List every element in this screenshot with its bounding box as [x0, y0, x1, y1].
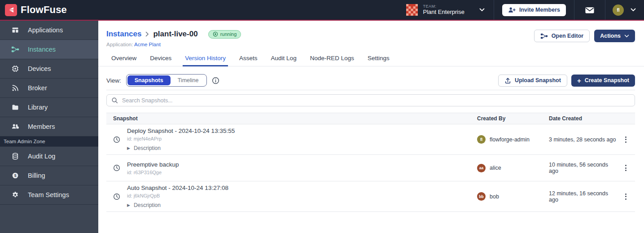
- sidebar: Applications Instances: [0, 21, 98, 233]
- created-by-cell: aa alice: [477, 164, 549, 172]
- snapshot-cell: Deploy Snapshot - 2024-10-24 13:35:55 id…: [106, 127, 477, 151]
- snapshot-id: id: mjeN4eAPrp: [127, 136, 235, 141]
- open-editor-button[interactable]: Open Editor: [534, 30, 590, 42]
- chevron-down-icon: [479, 8, 485, 12]
- upload-snapshot-button[interactable]: Upload Snapshot: [498, 75, 567, 87]
- sidebar-item-members[interactable]: Members: [0, 117, 98, 136]
- row-menu-cell: [616, 192, 635, 202]
- sidebar-item-label: Billing: [28, 172, 45, 179]
- sidebar-item-team-settings[interactable]: Team Settings: [0, 185, 98, 205]
- application-link[interactable]: Acme Plant: [134, 42, 161, 47]
- tab-overview[interactable]: Overview: [111, 55, 136, 66]
- header-actions: Open Editor Actions: [534, 30, 635, 42]
- avatar: bb: [477, 192, 486, 201]
- search-bar: [106, 94, 635, 106]
- sidebar-item-billing[interactable]: $ Billing: [0, 166, 98, 185]
- tab-assets[interactable]: Assets: [239, 55, 258, 66]
- clock-icon: [106, 164, 127, 171]
- dollar-icon: $: [11, 172, 19, 179]
- flowfuse-logo[interactable]: FlowFuse: [0, 4, 67, 16]
- sidebar-item-applications[interactable]: Applications: [0, 21, 98, 40]
- sidebar-item-label: Audit Log: [28, 153, 55, 160]
- applications-icon: [11, 26, 19, 34]
- avatar: fl: [477, 135, 486, 144]
- created-by-cell: fl flowforge-admin: [477, 135, 549, 144]
- instance-tabs: Overview Devices Version History Assets …: [98, 55, 644, 66]
- snapshots-table: Snapshot Created By Date Created: [106, 113, 635, 212]
- plus-icon: +: [577, 77, 581, 84]
- top-navbar: FlowFuse TEAM: Plant Enterprise: [0, 0, 644, 21]
- table-row: Auto Snapshot - 2024-10-24 13:27:08 id: …: [106, 181, 635, 212]
- date-created-cell: 12 minutes, 16 seconds ago: [549, 190, 616, 203]
- search-icon: [111, 97, 118, 104]
- tab-version-history[interactable]: Version History: [185, 55, 226, 66]
- info-icon[interactable]: [212, 77, 219, 84]
- date-created-cell: 3 minutes, 28 seconds ago: [549, 136, 616, 143]
- description-toggle[interactable]: ▶ Description: [127, 145, 235, 151]
- upload-snapshot-label: Upload Snapshot: [515, 77, 561, 84]
- kebab-menu-icon[interactable]: [623, 163, 628, 173]
- sidebar-item-broker[interactable]: Broker: [0, 79, 98, 98]
- instances-icon: [11, 46, 19, 53]
- author-name: bob: [490, 193, 499, 200]
- folder-icon: [11, 104, 19, 111]
- invite-members-button[interactable]: Invite Members: [502, 4, 566, 16]
- team-selector[interactable]: TEAM: Plant Enterprise: [400, 0, 494, 20]
- chevron-right-icon: [145, 31, 149, 37]
- search-input[interactable]: [122, 97, 635, 104]
- sidebar-item-library[interactable]: Library: [0, 98, 98, 117]
- notifications-button[interactable]: [585, 6, 595, 14]
- navbar-right: TEAM: Plant Enterprise Invite Members: [400, 0, 644, 20]
- actions-button[interactable]: Actions: [594, 30, 635, 42]
- snapshot-title: Auto Snapshot - 2024-10-24 13:27:08: [127, 185, 228, 191]
- snapshot-id: id: r63P316Qge: [127, 170, 179, 175]
- sidebar-item-instances[interactable]: Instances: [0, 40, 98, 59]
- toolbar: View: Snapshots Timeline: [106, 74, 635, 87]
- snapshots-panel: Snapshot Created By Date Created: [106, 90, 635, 212]
- kebab-menu-icon[interactable]: [623, 192, 628, 202]
- snapshot-cell: Auto Snapshot - 2024-10-24 13:27:08 id: …: [106, 185, 477, 208]
- main-content: Instances plant-live-00 running Appli: [98, 21, 644, 233]
- view-label: View:: [106, 77, 121, 84]
- breadcrumb-instances-link[interactable]: Instances: [106, 30, 141, 39]
- snapshot-actions: Upload Snapshot + Create Snapshot: [498, 75, 635, 87]
- kebab-menu-icon[interactable]: [623, 135, 628, 145]
- user-menu[interactable]: fl: [605, 0, 644, 20]
- sidebar-item-devices[interactable]: Devices: [0, 59, 98, 79]
- flowfuse-logo-icon: [5, 4, 17, 16]
- caret-right-icon: ▶: [127, 203, 130, 207]
- sidebar-item-label: Members: [28, 123, 55, 130]
- navbar-divider: [494, 0, 494, 20]
- tab-node-red-logs[interactable]: Node-RED Logs: [310, 55, 354, 66]
- create-snapshot-button[interactable]: + Create Snapshot: [571, 75, 635, 87]
- column-header-created-by: Created By: [477, 115, 549, 122]
- application-label: Application:: [106, 42, 133, 47]
- create-snapshot-label: Create Snapshot: [585, 77, 629, 84]
- tab-audit-log[interactable]: Audit Log: [271, 55, 297, 66]
- app-root: FlowFuse TEAM: Plant Enterprise: [0, 0, 644, 233]
- breadcrumb: Instances plant-live-00 running: [106, 30, 241, 39]
- open-editor-label: Open Editor: [552, 33, 584, 39]
- status-badge-label: running: [220, 31, 237, 37]
- toggle-timeline[interactable]: Timeline: [171, 75, 206, 85]
- sidebar-section-team-admin-zone: Team Admin Zone: [0, 136, 98, 147]
- table-row: Preemptive backup id: r63P316Qge aa alic…: [106, 155, 635, 181]
- description-label: Description: [134, 145, 161, 151]
- team-labels: TEAM: Plant Enterprise: [423, 4, 464, 16]
- sidebar-item-label: Devices: [28, 65, 51, 72]
- page-header: Instances plant-live-00 running Appli: [98, 21, 644, 47]
- tab-settings[interactable]: Settings: [368, 55, 390, 66]
- sidebar-item-audit-log[interactable]: Audit Log: [0, 147, 98, 166]
- sidebar-item-label: Applications: [28, 26, 63, 34]
- column-header-date-created: Date Created: [549, 115, 616, 122]
- tab-devices[interactable]: Devices: [150, 55, 171, 66]
- navbar-divider: [574, 0, 574, 20]
- toggle-snapshots[interactable]: Snapshots: [127, 75, 171, 85]
- row-menu-cell: [616, 163, 635, 173]
- snapshot-info: Deploy Snapshot - 2024-10-24 13:35:55 id…: [127, 127, 235, 151]
- snapshot-cell: Preemptive backup id: r63P316Qge: [106, 161, 477, 175]
- user-avatar: fl: [613, 4, 624, 16]
- sidebar-item-label: Library: [28, 104, 48, 111]
- author-name: flowforge-admin: [490, 136, 530, 143]
- description-toggle[interactable]: ▶ Description: [127, 202, 228, 208]
